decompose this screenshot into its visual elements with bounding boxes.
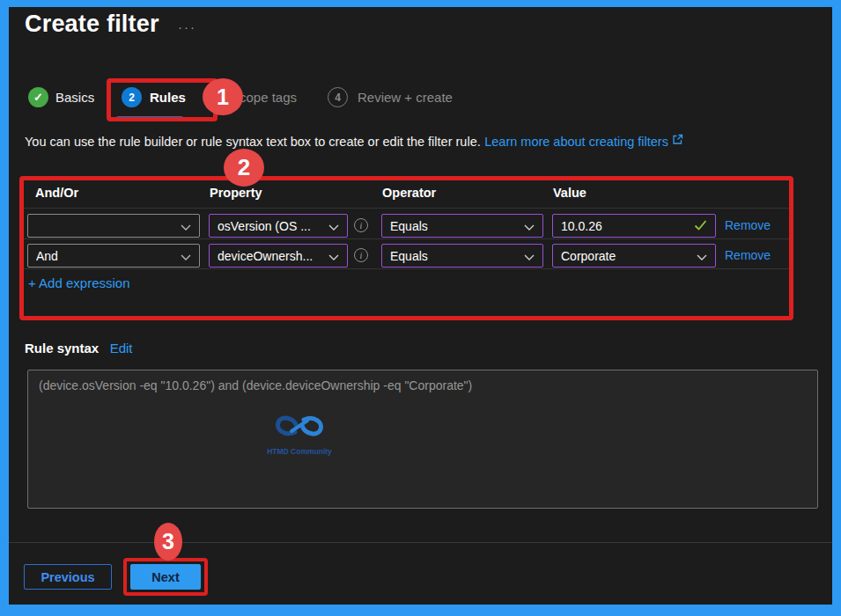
edit-rule-syntax-link[interactable]: Edit — [110, 341, 133, 356]
operator-value-row2: Equals — [390, 249, 524, 263]
and-or-select-row1[interactable] — [27, 214, 200, 238]
property-info-icon-row1[interactable]: i — [354, 218, 368, 232]
create-filter-panel: Create filter ··· ✓ Basics 2 Rules 3 Sco… — [9, 7, 832, 605]
column-header-operator: Operator — [382, 186, 436, 200]
operator-value-row1: Equals — [390, 219, 524, 233]
tab-basics[interactable]: Basics — [55, 90, 94, 105]
rule-syntax-label: Rule syntax — [25, 341, 99, 356]
watermark-label: HTMD Community — [255, 447, 343, 456]
operator-select-row2[interactable]: Equals — [381, 244, 543, 268]
overflow-menu-icon[interactable]: ··· — [178, 19, 196, 34]
value-text-row2: Corporate — [561, 249, 697, 263]
divider — [24, 208, 789, 209]
chevron-down-icon — [524, 249, 535, 263]
value-input-row1[interactable]: 10.0.26 — [552, 214, 716, 238]
page-title: Create filter — [25, 11, 159, 38]
property-value-row2: deviceOwnersh... — [218, 249, 328, 263]
rules-active-underline — [116, 116, 183, 120]
tab-rules[interactable]: Rules — [150, 90, 186, 105]
rule-syntax-box[interactable]: (device.osVersion -eq "10.0.26") and (de… — [27, 370, 818, 509]
and-or-select-row2[interactable]: And — [27, 244, 200, 268]
property-info-icon-row2[interactable]: i — [354, 248, 368, 262]
external-link-icon[interactable] — [672, 133, 683, 148]
and-or-value-row2: And — [36, 249, 181, 263]
value-select-row2[interactable]: Corporate — [552, 244, 716, 268]
chevron-down-icon — [328, 249, 339, 263]
column-header-value: Value — [553, 186, 586, 200]
intro-text: You can use the rule builder or rule syn… — [25, 135, 481, 149]
next-button[interactable]: Next — [130, 564, 201, 590]
intro-line: You can use the rule builder or rule syn… — [25, 133, 817, 150]
value-text-row1: 10.0.26 — [561, 219, 694, 233]
remove-link-row1[interactable]: Remove — [725, 218, 771, 232]
rules-step-number: 2 — [122, 87, 142, 107]
divider — [24, 268, 789, 269]
property-select-row2[interactable]: deviceOwnersh... — [209, 244, 348, 268]
rule-syntax-header: Rule syntax Edit — [25, 341, 133, 356]
footer-divider — [9, 542, 832, 543]
chevron-down-icon — [328, 219, 339, 233]
property-value-row1: osVersion (OS ... — [218, 219, 328, 233]
screenshot-frame: Create filter ··· ✓ Basics 2 Rules 3 Sco… — [0, 0, 841, 616]
previous-button[interactable]: Previous — [24, 564, 112, 590]
annotation-badge-2: 2 — [224, 149, 264, 187]
chevron-down-icon — [697, 249, 707, 263]
learn-more-link[interactable]: Learn more about creating filters — [484, 135, 668, 149]
remove-link-row2[interactable]: Remove — [725, 248, 771, 262]
review-create-step-number: 4 — [328, 87, 348, 107]
basics-complete-icon: ✓ — [28, 87, 48, 107]
htmd-community-logo: HTMD Community — [255, 410, 343, 456]
rule-syntax-expression: (device.osVersion -eq "10.0.26") and (de… — [28, 370, 817, 400]
valid-check-icon — [694, 219, 707, 233]
operator-select-row1[interactable]: Equals — [381, 214, 543, 238]
chevron-down-icon — [181, 219, 191, 233]
property-select-row1[interactable]: osVersion (OS ... — [209, 214, 348, 238]
column-header-and-or: And/Or — [35, 186, 78, 200]
chevron-down-icon — [524, 219, 535, 233]
divider — [24, 238, 789, 239]
infinity-logo-icon — [272, 429, 327, 444]
add-expression-link[interactable]: + Add expression — [28, 275, 130, 290]
annotation-badge-1: 1 — [203, 78, 243, 115]
column-header-property: Property — [210, 186, 262, 200]
tab-review-create[interactable]: Review + create — [358, 90, 453, 105]
chevron-down-icon — [181, 249, 191, 263]
annotation-badge-3: 3 — [154, 523, 182, 561]
